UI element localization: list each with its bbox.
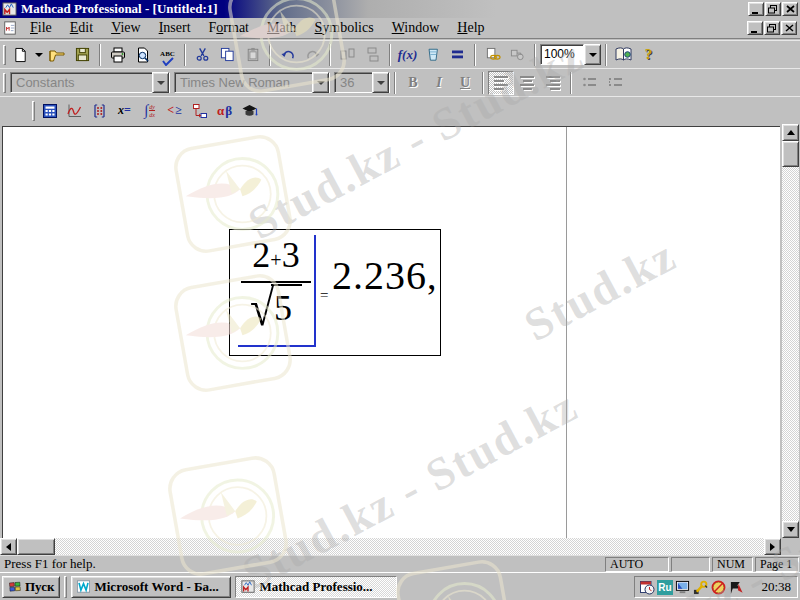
scroll-down-icon[interactable] — [782, 521, 799, 538]
new-icon[interactable] — [8, 43, 33, 67]
zoom-value[interactable]: 100% — [540, 44, 584, 65]
scroll-up-icon[interactable] — [782, 124, 799, 141]
toolbar-grip[interactable] — [3, 45, 6, 65]
calculate-icon[interactable] — [445, 43, 470, 67]
style-combobox[interactable]: Constants — [10, 72, 170, 93]
undo-icon[interactable] — [275, 43, 300, 67]
toolbar-separator — [570, 72, 572, 94]
boolean-palette-icon[interactable]: <≥ — [162, 99, 187, 122]
close-icon[interactable] — [782, 2, 798, 16]
antivirus-icon[interactable] — [728, 579, 745, 595]
zoom-combobox[interactable]: 100% — [540, 44, 601, 65]
resource-center-icon[interactable] — [611, 43, 636, 67]
programming-palette-icon[interactable] — [187, 99, 212, 122]
horizontal-scroll-thumb[interactable] — [17, 538, 55, 555]
menu-symbolics[interactable]: Symbolics — [306, 19, 383, 38]
toolbar-separator — [184, 44, 186, 66]
system-tools-icon[interactable] — [692, 579, 709, 595]
scroll-left-icon[interactable] — [0, 538, 17, 555]
check-spelling-icon[interactable]: ABC — [155, 43, 180, 67]
task-mathcad[interactable]: Mathcad Professio... — [235, 576, 397, 598]
toolbar-grip[interactable] — [32, 101, 35, 121]
menu-format[interactable]: Format — [200, 19, 258, 38]
redo-icon[interactable] — [300, 43, 325, 67]
result-value: 2.236, — [332, 252, 438, 299]
clock: 20:38 — [761, 579, 793, 595]
display-settings-icon[interactable] — [674, 579, 691, 595]
window-controls — [748, 2, 798, 16]
fraction-expression[interactable]: 2+3 √5 — [238, 235, 316, 347]
calculator-palette-icon[interactable] — [37, 99, 62, 122]
graph-palette-icon[interactable] — [62, 99, 87, 122]
print-icon[interactable] — [105, 43, 130, 67]
font-size-combobox[interactable]: 36 — [334, 72, 390, 93]
align-across-icon[interactable] — [335, 43, 360, 67]
toolbar-grip[interactable] — [3, 73, 6, 93]
save-icon[interactable] — [70, 43, 95, 67]
align-right-icon[interactable] — [540, 71, 566, 95]
math-region[interactable]: 2+3 √5 = 2.236, — [229, 229, 441, 356]
cut-icon[interactable] — [190, 43, 215, 67]
align-left-icon[interactable] — [488, 71, 514, 95]
equals-sign: = — [320, 287, 328, 304]
restore-icon[interactable] — [765, 2, 781, 16]
child-minimize-icon[interactable] — [747, 21, 763, 35]
menu-file[interactable]: File — [21, 19, 61, 38]
bold-button[interactable]: B — [400, 71, 426, 95]
paste-icon[interactable] — [240, 43, 265, 67]
help-icon[interactable]: ? — [636, 43, 661, 67]
align-center-icon[interactable] — [514, 71, 540, 95]
worksheet-page[interactable]: 2+3 √5 = 2.236, — [2, 126, 780, 538]
menu-edit[interactable]: Edit — [61, 19, 102, 38]
document-icon[interactable] — [3, 21, 17, 35]
vertical-scrollbar[interactable] — [782, 124, 799, 538]
numbered-list-icon[interactable] — [602, 71, 628, 95]
child-restore-icon[interactable] — [764, 21, 780, 35]
page-indicator: Page 1 — [755, 557, 799, 572]
task-microsoft-word[interactable]: Microsoft Word - Ба... — [71, 576, 231, 598]
calculus-palette-icon[interactable]: ∫dydx — [137, 99, 162, 122]
symbolic-palette-icon[interactable] — [237, 99, 262, 122]
square-root[interactable]: √5 — [238, 284, 314, 330]
style-dropdown-icon[interactable] — [152, 72, 169, 93]
insert-component-icon[interactable] — [505, 43, 530, 67]
zoom-dropdown-icon[interactable] — [584, 44, 601, 65]
insert-function-icon[interactable]: f(x) — [395, 43, 420, 67]
scheduler-icon[interactable] — [639, 579, 656, 595]
open-icon[interactable] — [45, 43, 70, 67]
insert-unit-icon[interactable] — [420, 43, 445, 67]
copy-icon[interactable] — [215, 43, 240, 67]
numerator[interactable]: 2+3 — [238, 235, 314, 280]
font-combobox[interactable]: Times New Roman — [174, 72, 330, 93]
greek-palette-icon[interactable]: αβ — [212, 99, 237, 122]
title-bar: Mathcad Professional - [Untitled:1] — [0, 0, 800, 18]
new-dropdown-icon[interactable] — [33, 43, 45, 67]
child-close-icon[interactable] — [781, 21, 797, 35]
volume-mute-icon[interactable] — [710, 579, 727, 595]
menu-help[interactable]: Help — [448, 19, 493, 38]
underline-button[interactable]: U — [452, 71, 478, 95]
page-break-line — [566, 127, 567, 538]
vertical-scroll-thumb[interactable] — [782, 141, 799, 167]
num-lock-indicator: NUM — [712, 557, 753, 572]
menu-view[interactable]: View — [102, 19, 150, 38]
toolbar-separator — [329, 44, 331, 66]
minimize-icon[interactable] — [748, 2, 764, 16]
matrix-palette-icon[interactable] — [87, 99, 112, 122]
toolbar-separator — [99, 44, 101, 66]
horizontal-scrollbar[interactable] — [0, 538, 781, 555]
start-button[interactable]: Пуск — [2, 576, 60, 598]
align-down-icon[interactable] — [360, 43, 385, 67]
insert-hyperlink-icon[interactable] — [480, 43, 505, 67]
menu-insert[interactable]: Insert — [150, 19, 200, 38]
menu-window[interactable]: Window — [383, 19, 449, 38]
font-size-dropdown-icon[interactable] — [372, 72, 389, 93]
bullet-list-icon[interactable] — [576, 71, 602, 95]
evaluation-palette-icon[interactable]: x= — [112, 99, 137, 122]
scroll-right-icon[interactable] — [764, 538, 781, 555]
italic-button[interactable]: I — [426, 71, 452, 95]
menu-math[interactable]: Math — [258, 19, 306, 38]
keyboard-language-indicator[interactable]: Ru — [657, 580, 673, 595]
print-preview-icon[interactable] — [130, 43, 155, 67]
font-dropdown-icon[interactable] — [312, 72, 329, 93]
